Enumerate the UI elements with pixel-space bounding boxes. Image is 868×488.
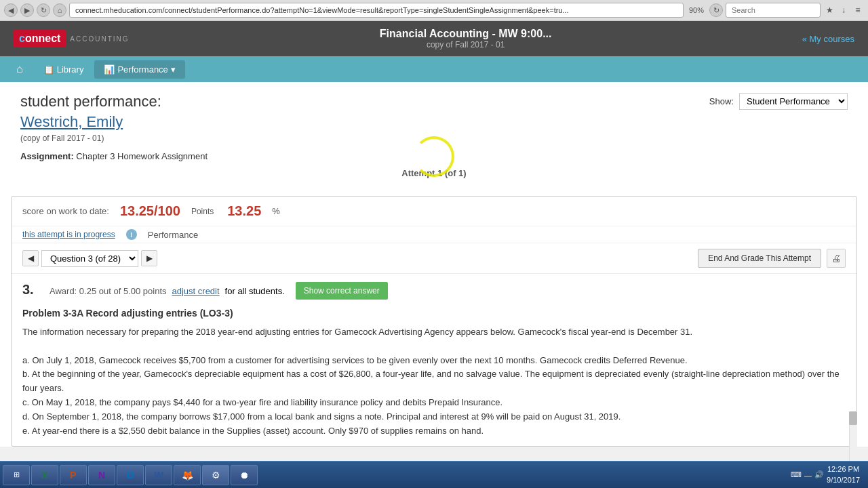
zoom-level: 90%	[686, 6, 707, 14]
library-icon: 📋	[43, 64, 54, 75]
word-icon: W	[154, 470, 163, 481]
back-button[interactable]: ◀	[4, 3, 18, 17]
app1-icon: ⚙	[212, 470, 220, 481]
app2-icon: ⏺	[239, 470, 249, 481]
score-points-label: Points	[191, 207, 214, 216]
nav-home-button[interactable]: ⌂	[7, 59, 33, 79]
score-header: score on work to date: 13.25/100 Points …	[12, 197, 856, 226]
end-grade-button[interactable]: End And Grade This Attempt	[698, 249, 821, 268]
windows-icon: ⊞	[14, 470, 20, 479]
problem-para2b: b. At the beginning of the year, Gamecoc…	[22, 367, 846, 396]
show-label: Show:	[709, 96, 734, 106]
problem-para1: The information necessary for preparing …	[22, 325, 846, 340]
volume-icon: 🔊	[814, 470, 824, 479]
question-area: 3. Award: 0.25 out of 5.00 points adjust…	[12, 274, 856, 446]
nav-library-item[interactable]: 📋 Library	[34, 60, 94, 79]
score-percent-symbol: %	[272, 206, 280, 216]
url-bar[interactable]	[69, 3, 684, 18]
taskbar-word[interactable]: W	[145, 465, 172, 485]
course-info: Financial Accounting - MW 9:00... copy o…	[380, 28, 552, 49]
assignment-value: Chapter 3 Homework Assignment	[76, 151, 208, 161]
keyboard-icon: ⌨	[791, 470, 802, 479]
score-percent: 13.25	[227, 203, 261, 219]
taskbar: ⊞ X P N O W 🦊 ⚙ ⏺ ⌨ — 🔊 12:26 PM 9/10/20…	[0, 461, 868, 488]
course-subtitle: copy of Fall 2017 - 01	[380, 40, 552, 49]
problem-para2c: c. On May 1, 2018, the company pays $4,4…	[22, 396, 846, 410]
my-courses-link[interactable]: « My courses	[802, 34, 854, 44]
taskbar-time-display: 12:26 PM	[827, 464, 860, 474]
show-row: Show: Student Performance	[709, 93, 848, 110]
question-selector[interactable]: Question 3 (of 28)	[41, 250, 138, 267]
refresh-button[interactable]: ↻	[709, 3, 723, 17]
course-title: Financial Accounting - MW 9:00...	[380, 28, 552, 40]
assignment-row: Assignment: Chapter 3 Homework Assignmen…	[20, 151, 848, 161]
settings-icon[interactable]: ≡	[852, 4, 864, 16]
problem-para2a: a. On July 1, 2018, Gamecock receives $5…	[22, 354, 846, 368]
chevron-down-icon: ▾	[171, 64, 176, 75]
bookmark-icon[interactable]: ★	[823, 4, 835, 16]
taskbar-start[interactable]: ⊞	[3, 465, 30, 485]
home-button[interactable]: ⌂	[53, 3, 66, 17]
browser-toolbar: ◀ ▶ ↻ ⌂ 90% ↻ ★ ↓ ≡	[0, 0, 868, 20]
question-number: 3.	[22, 282, 43, 298]
scrollbar-thumb[interactable]	[849, 411, 857, 425]
reload-button[interactable]: ↻	[37, 3, 50, 17]
info-icon[interactable]: i	[126, 229, 137, 240]
download-icon[interactable]: ↓	[837, 4, 850, 16]
assignment-label: Assignment:	[20, 151, 74, 161]
print-button[interactable]: 🖨	[827, 249, 846, 268]
adjust-credit-link[interactable]: adjust credit	[172, 286, 220, 296]
browser-icon-group: ★ ↓ ≡	[823, 4, 864, 16]
question-award: Award: 0.25 out of 5.00 points	[50, 286, 167, 296]
q-nav-controls: ◀ Question 3 (of 28) ▶	[22, 250, 157, 267]
nav-library-label: Library	[57, 64, 84, 75]
taskbar-app2[interactable]: ⏺	[231, 465, 258, 485]
attempt-tabs: this attempt is in progress i Performanc…	[12, 226, 856, 243]
browser-search-input[interactable]	[726, 3, 821, 18]
nav-bar: ⌂ 📋 Library 📊 Performance ▾	[0, 56, 868, 82]
logo-box: connect	[14, 30, 66, 47]
outlook-icon: O	[127, 470, 134, 481]
problem-text: The information necessary for preparing …	[22, 325, 846, 438]
main-content-wrapper: Show: Student Performance student perfor…	[0, 82, 868, 447]
question-nav: ◀ Question 3 (of 28) ▶ End And Grade Thi…	[12, 243, 856, 274]
main-content: Show: Student Performance student perfor…	[0, 82, 868, 196]
onenote-icon: N	[98, 470, 105, 481]
question-num-row: 3. Award: 0.25 out of 5.00 points adjust…	[22, 282, 846, 300]
taskbar-clock: 12:26 PM 9/10/2017	[827, 464, 860, 485]
next-question-button[interactable]: ▶	[141, 250, 157, 266]
score-container: score on work to date: 13.25/100 Points …	[11, 196, 857, 447]
logo-subtitle: ACCOUNTING	[70, 35, 129, 43]
nav-performance-label: Performance	[117, 64, 167, 75]
adjust-suffix: for all students.	[225, 286, 285, 296]
taskbar-firefox[interactable]: 🦊	[174, 465, 201, 485]
performance-tab[interactable]: Performance	[148, 230, 198, 240]
attempt-label: Attempt 1 (of 1)	[20, 168, 848, 178]
performance-icon: 📊	[104, 64, 115, 75]
excel-icon: X	[41, 470, 47, 481]
show-select[interactable]: Student Performance	[739, 93, 848, 110]
prev-question-button[interactable]: ◀	[22, 250, 39, 266]
score-label: score on work to date:	[22, 206, 109, 216]
powerpoint-icon: P	[70, 470, 76, 481]
forward-button[interactable]: ▶	[20, 3, 34, 17]
student-name-link[interactable]: Westrich, Emily	[20, 113, 848, 131]
taskbar-app1[interactable]: ⚙	[202, 465, 229, 485]
attempt-progress-tab[interactable]: this attempt is in progress	[22, 230, 115, 239]
taskbar-tray: ⌨ — 🔊 12:26 PM 9/10/2017	[785, 464, 865, 485]
taskbar-date-display: 9/10/2017	[827, 475, 860, 485]
taskbar-excel[interactable]: X	[31, 465, 58, 485]
nav-performance-item[interactable]: 📊 Performance ▾	[94, 60, 184, 79]
problem-para2e: e. At year-end there is a $2,550 debit b…	[22, 424, 846, 439]
firefox-icon: 🦊	[182, 470, 193, 481]
minimize-icon: —	[804, 471, 812, 479]
taskbar-powerpoint[interactable]: P	[60, 465, 87, 485]
connect-logo: connect ACCOUNTING	[14, 30, 130, 47]
taskbar-outlook[interactable]: O	[117, 465, 144, 485]
nav-left: ⌂ 📋 Library 📊 Performance ▾	[7, 59, 185, 79]
show-correct-answer-button[interactable]: Show correct answer	[296, 282, 388, 300]
problem-title: Problem 3-3A Record adjusting entries (L…	[22, 308, 846, 319]
app-header: connect ACCOUNTING Financial Accounting …	[0, 21, 868, 56]
problem-para2d: d. On September 1, 2018, the company bor…	[22, 410, 846, 424]
taskbar-onenote[interactable]: N	[88, 465, 115, 485]
